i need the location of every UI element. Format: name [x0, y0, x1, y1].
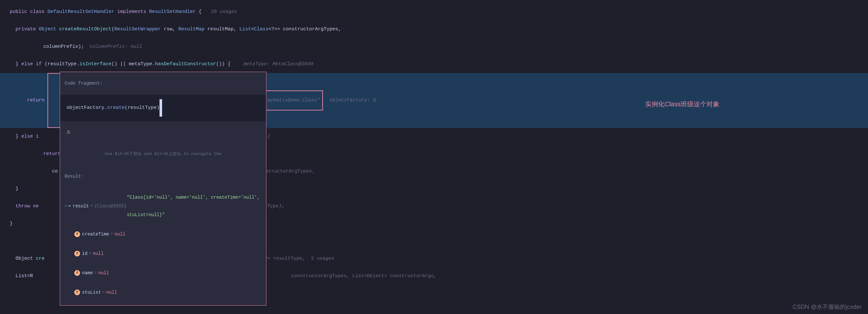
- type-list: List: [239, 21, 251, 38]
- code-line-3: columnPrefix); columnPrefix: null: [0, 38, 868, 56]
- result-label-text: Result:: [65, 174, 84, 179]
- watermark-text: CSDN @水不服输的jcoder: [793, 304, 862, 310]
- cond-open: (resultType.: [44, 56, 80, 73]
- chinese-text: 实例化Class班级这个对象: [645, 100, 719, 107]
- code-fragment-label: Code fragment:: [65, 81, 103, 86]
- kw-return2: return: [26, 145, 61, 163]
- popup-header: Code fragment:: [60, 72, 266, 95]
- eq-sign: =: [90, 197, 93, 215]
- kw-else-if: else if: [21, 56, 44, 73]
- field-name-id: id: [82, 245, 88, 262]
- result-type-text: {Class@3955}: [94, 197, 127, 215]
- brace-close2: }: [10, 128, 21, 145]
- param-resultmap: resultMap,: [205, 21, 239, 38]
- usages-count: 20 usages: [211, 3, 237, 21]
- type-rsw: ResultSetWrapper: [114, 21, 161, 38]
- brace-close3: }: [10, 180, 19, 198]
- field-name-name: name: [82, 264, 93, 282]
- kw-private: private: [10, 21, 39, 38]
- kw-throw: throw ne: [10, 198, 39, 215]
- result-row-createtime: f createTime = null: [60, 224, 266, 244]
- list-r: List<R: [10, 268, 33, 285]
- brace-close4: }: [10, 215, 12, 232]
- code-line-2: private Object createResultObject ( Resu…: [0, 21, 868, 38]
- eq-name: =: [94, 264, 97, 282]
- field-val-id: null: [93, 245, 104, 262]
- field-val-createtime: null: [114, 225, 125, 243]
- generic: <: [251, 21, 254, 38]
- field-icon-id: f: [74, 251, 80, 256]
- param-rsw: rsw,: [161, 21, 178, 38]
- type-class: Class: [254, 21, 268, 38]
- code-line-4: } else if (resultType. isInterface () ||…: [0, 56, 868, 73]
- field-icon-name: f: [74, 270, 80, 276]
- type-resultmap: ResultMap: [178, 21, 205, 38]
- paren: (: [112, 21, 114, 38]
- field-val-name: null: [98, 264, 109, 282]
- cond-or: () || metaType.: [112, 56, 155, 73]
- chinese-annotation: 实例化Class班级这个对象: [645, 95, 719, 113]
- popup-code: objectFactory.create(resultType): [60, 95, 266, 121]
- expand-icon: ∨: [65, 197, 67, 215]
- keyword-implements: implements: [117, 3, 149, 21]
- result-row-main: ∨ ∞ result = {Class@3955} "Class{id='nul…: [60, 188, 266, 224]
- result-value: "Class{id='null', name='null', createTim…: [127, 189, 261, 224]
- result-row-name: f name = null: [60, 263, 266, 283]
- field-icon-stulist: f: [74, 289, 80, 295]
- code-line-1: public class DefaultResultSetHandler imp…: [0, 3, 868, 21]
- popup-result-label: Result:: [60, 165, 266, 186]
- keyword-class: class: [30, 3, 48, 21]
- popup-args: (resultType): [125, 105, 159, 111]
- hint-objfactory: objectFactory: D: [330, 92, 376, 109]
- watermark: CSDN @水不服输的jcoder: [793, 303, 862, 311]
- result-row-id: f id = null: [60, 244, 266, 263]
- kw-else-i: else i: [21, 128, 39, 145]
- classname: DefaultResultSetHandler: [48, 3, 117, 21]
- brace-close: }: [10, 56, 21, 73]
- popup-warning: ⚠: [60, 121, 266, 143]
- method-cre: cre: [36, 250, 44, 268]
- popup-dot: .: [104, 105, 107, 111]
- generic-close: <?>> constructorArgTypes,: [268, 21, 341, 38]
- method-isinterface: isInterface: [80, 56, 112, 73]
- hint-list: constructorArgTypes, List<Object> constr…: [291, 268, 437, 285]
- field-name-stulist: stuList: [82, 284, 101, 301]
- hint-columnprefix: columnPrefix: null: [90, 38, 142, 56]
- popup-create: create: [107, 105, 125, 111]
- warning-icon: ⚠: [66, 128, 70, 135]
- result-row-stulist: f stuList = null: [60, 283, 266, 302]
- eq-stulist: =: [102, 284, 105, 301]
- popup-nav-hint: Use Alt+向下箭头 and Alt+向上箭头 to navigate th…: [60, 143, 266, 165]
- code-editor: public class DefaultResultSetHandler imp…: [0, 0, 868, 314]
- interface-name: ResultSetHandler: [149, 3, 196, 21]
- infinity-icon: ∞: [68, 197, 71, 215]
- eq-createtime: =: [111, 225, 113, 243]
- popup-result-area: ∨ ∞ result = {Class@3955} "Class{id='nul…: [60, 186, 266, 305]
- kw-return: return: [10, 92, 48, 109]
- popup-objfactory: objectFactory: [66, 105, 104, 111]
- nav-hint-text: Use Alt+向下箭头 and Alt+向上箭头 to navigate th…: [104, 152, 221, 156]
- debug-popup: Code fragment: objectFactory.create(resu…: [60, 72, 267, 306]
- hint-metatype: metaType: MetaClass@3949: [244, 56, 313, 73]
- result-varname: result: [73, 197, 89, 215]
- object-cre: Object: [10, 250, 36, 268]
- columnprefix: columnPrefix);: [26, 38, 90, 56]
- cond-close: ()) {: [216, 56, 230, 73]
- field-icon-createtime: f: [74, 231, 80, 237]
- field-val-stulist: null: [106, 284, 117, 301]
- code-area: public class DefaultResultSetHandler imp…: [0, 0, 868, 288]
- keyword-public: public: [10, 3, 30, 21]
- type-object: Object: [39, 21, 59, 38]
- method-createresult: createResultObject: [59, 21, 112, 38]
- cursor: [159, 99, 162, 117]
- method-hasdefault: hasDefaultConstructor: [155, 56, 216, 73]
- field-name-createtime: createTime: [82, 225, 109, 243]
- brace: {: [196, 3, 205, 21]
- eq-id: =: [89, 245, 91, 262]
- col-ref: co: [26, 163, 58, 180]
